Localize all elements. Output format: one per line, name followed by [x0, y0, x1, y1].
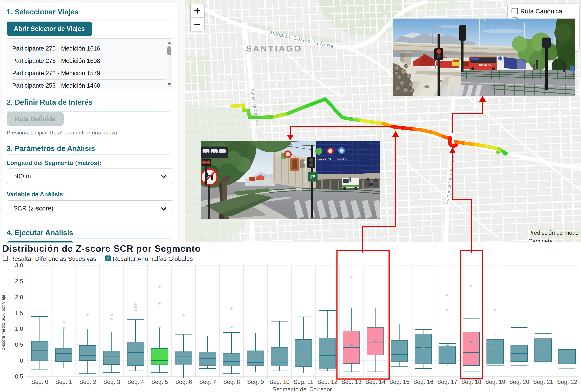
svg-text:0.5: 0.5	[15, 342, 23, 348]
svg-text:Seg. 21: Seg. 21	[533, 379, 553, 385]
svg-text:Seg. 17: Seg. 17	[437, 379, 457, 385]
svg-text:Seg. 13: Seg. 13	[341, 379, 362, 385]
svg-text:0: 0	[20, 358, 23, 364]
svg-text:Segmento del Corredor: Segmento del Corredor	[273, 386, 332, 392]
svg-text:2.0: 2.0	[15, 294, 23, 300]
svg-text:Seg. 10: Seg. 10	[269, 379, 290, 385]
svg-text:2.5: 2.5	[15, 278, 23, 284]
svg-text:-0.5: -0.5	[13, 373, 23, 380]
svg-text:Seg. 12: Seg. 12	[317, 379, 338, 385]
svg-text:Seg. 22: Seg. 22	[557, 379, 577, 385]
svg-text:1.0: 1.0	[15, 326, 23, 332]
svg-text:CasaIdeas.: CasaIdeas.	[337, 158, 348, 160]
svg-text:1.5: 1.5	[15, 310, 23, 316]
svg-text:Seg. 19: Seg. 19	[485, 379, 505, 385]
svg-text:Seg. 7: Seg. 7	[199, 379, 216, 385]
svg-text:Seg. 11: Seg. 11	[294, 379, 313, 385]
svg-text:Seg. 4: Seg. 4	[127, 379, 144, 385]
svg-text:Seg. 3: Seg. 3	[103, 379, 120, 385]
svg-text:Seg. 2: Seg. 2	[79, 379, 96, 385]
svg-text:Seg. 14: Seg. 14	[365, 379, 385, 385]
svg-text:3.0: 3.0	[15, 262, 23, 268]
svg-text:Predicción de modo: Predicción de modo	[528, 230, 579, 236]
svg-text:Z-score medio SCR por Viaje: Z-score medio SCR por Viaje	[1, 295, 6, 350]
svg-text:Seg. 1: Seg. 1	[55, 379, 72, 385]
svg-text:Seg. 5: Seg. 5	[151, 379, 168, 385]
svg-text:Seg. 8: Seg. 8	[223, 379, 240, 385]
svg-text:fit: fit	[328, 157, 331, 160]
svg-text:Caminata: Caminata	[528, 238, 553, 242]
svg-text:PF XB 58: PF XB 58	[479, 64, 491, 67]
svg-text:Seg. 20: Seg. 20	[509, 379, 529, 385]
svg-text:Seg. 6: Seg. 6	[175, 379, 192, 385]
svg-text:Ruta Canónica: Ruta Canónica	[520, 8, 562, 15]
svg-text:Seg. 0: Seg. 0	[31, 379, 48, 385]
svg-text:Seg. 16: Seg. 16	[413, 379, 433, 385]
svg-text:Seg. 9: Seg. 9	[247, 379, 264, 385]
svg-text:Seg. 18: Seg. 18	[461, 379, 481, 385]
svg-text:Seg. 15: Seg. 15	[389, 379, 410, 385]
